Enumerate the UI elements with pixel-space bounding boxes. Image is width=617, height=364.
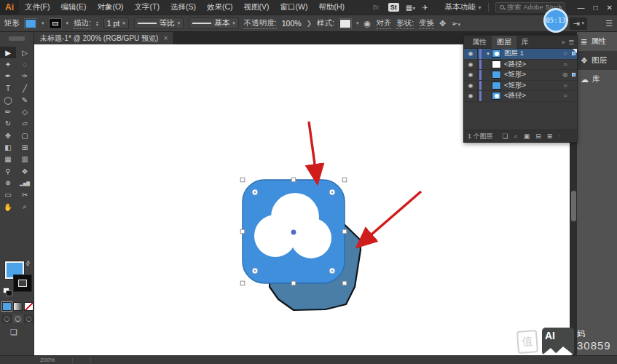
hand-tool[interactable]: ✋ bbox=[0, 201, 16, 213]
stroke-weight-stepper[interactable]: ▴▾ bbox=[96, 20, 98, 26]
tab-close-icon[interactable]: × bbox=[163, 34, 168, 42]
new-sublayer-icon[interactable]: ⊟ bbox=[535, 132, 541, 141]
magic-wand-tool[interactable]: ✦ bbox=[0, 58, 16, 70]
opacity-link[interactable]: 不透明度: bbox=[244, 18, 277, 29]
layer-row-2[interactable]: ◉<矩形>◎ bbox=[464, 70, 577, 81]
perspective-grid-tool[interactable]: ⊞ bbox=[17, 141, 33, 153]
pen-tool[interactable]: ✒ bbox=[0, 71, 16, 82]
shape-builder-tool[interactable]: ◧ bbox=[0, 141, 16, 153]
draw-behind-button[interactable]: ◯ bbox=[13, 314, 23, 323]
mesh-tool[interactable]: ▦ bbox=[0, 154, 16, 165]
color-button[interactable] bbox=[2, 302, 12, 311]
visibility-eye-icon[interactable]: ◉ bbox=[465, 92, 476, 99]
stroke-color-swatch[interactable] bbox=[50, 19, 61, 28]
width-profile-dropdown[interactable]: 等比 ▾ bbox=[134, 17, 184, 29]
pencil-tool[interactable]: ✏ bbox=[0, 106, 16, 117]
dock-libraries[interactable]: ☁库 bbox=[577, 70, 617, 89]
menu-item-4[interactable]: 选择(S) bbox=[170, 2, 196, 12]
screen-mode-button[interactable]: ❏ bbox=[10, 328, 17, 337]
target-circle-icon[interactable]: ○ bbox=[560, 50, 570, 57]
delete-selection-icon[interactable]: ▫ bbox=[558, 132, 560, 141]
menu-item-0[interactable]: 文件(F) bbox=[25, 2, 50, 12]
scale-tool[interactable]: ▱ bbox=[17, 118, 33, 130]
brush-definition-dropdown[interactable]: 基本 ▾ bbox=[189, 17, 239, 29]
new-layer-icon[interactable]: ⊞ bbox=[547, 132, 553, 141]
stroke-weight-field[interactable]: 1 pt ▾ bbox=[103, 17, 129, 29]
transform-link[interactable]: 变换 bbox=[419, 18, 434, 29]
graph-tool[interactable]: ▂▅▇ bbox=[17, 177, 33, 189]
menu-item-8[interactable]: 帮助(H) bbox=[319, 2, 345, 12]
blend-tool[interactable]: ❖ bbox=[17, 165, 33, 177]
recolor-artwork-icon[interactable]: ◉ bbox=[364, 19, 372, 28]
chevron-down-icon[interactable]: ▾ bbox=[356, 20, 359, 26]
rotate-tool[interactable]: ↻ bbox=[0, 118, 16, 130]
target-circle-icon[interactable]: ○ bbox=[560, 82, 570, 89]
align-link[interactable]: 对齐 bbox=[376, 18, 391, 29]
chevron-down-icon[interactable]: ▾ bbox=[66, 20, 69, 26]
collapse-panels-button[interactable]: ⇥ ▾ bbox=[570, 17, 587, 30]
swap-fill-stroke-icon[interactable]: ⇄ bbox=[24, 259, 32, 267]
panel-tab-2[interactable]: 库 bbox=[516, 36, 534, 49]
target-circle-icon[interactable]: ○ bbox=[560, 61, 570, 68]
stroke-panel-link[interactable]: 描边: bbox=[74, 18, 91, 29]
style-swatch[interactable] bbox=[339, 19, 351, 28]
document-tab[interactable]: 未标题-1* @ 200% (RGB/GPU 预览) × bbox=[34, 32, 174, 44]
curvature-tool[interactable]: ✑ bbox=[17, 71, 33, 82]
artboard-tool[interactable]: ▭ bbox=[0, 189, 16, 201]
lasso-tool[interactable]: ◌ bbox=[17, 58, 33, 70]
panel-collapse-icon[interactable]: » bbox=[562, 39, 565, 46]
toolbar-header[interactable] bbox=[0, 32, 34, 44]
minimize-button[interactable]: — bbox=[578, 4, 585, 12]
layer-name[interactable]: <矩形> bbox=[504, 70, 560, 79]
menu-item-6[interactable]: 视图(V) bbox=[244, 2, 270, 12]
expand-chevron-icon[interactable]: ▼ bbox=[484, 52, 492, 56]
restore-button[interactable]: □ bbox=[594, 4, 598, 12]
locate-object-icon[interactable]: ⌕ bbox=[514, 132, 518, 141]
isolate-selection-icon[interactable]: ➢▾ bbox=[451, 19, 460, 28]
menu-item-1[interactable]: 编辑(E) bbox=[60, 2, 86, 12]
visibility-eye-icon[interactable]: ◉ bbox=[465, 71, 476, 78]
layer-name[interactable]: <路径> bbox=[504, 60, 560, 69]
arrange-documents-icon[interactable]: ▦▾ bbox=[406, 4, 415, 12]
gradient-tool[interactable]: ▥ bbox=[17, 154, 33, 165]
type-tool[interactable]: T bbox=[0, 82, 16, 94]
collect-for-export-icon[interactable]: ❏ bbox=[503, 132, 508, 141]
paintbrush-tool[interactable]: ✎ bbox=[17, 94, 33, 106]
stock-badge[interactable]: St bbox=[388, 3, 399, 12]
width-tool[interactable]: ✥ bbox=[0, 130, 16, 141]
share-icon[interactable]: ✈ bbox=[422, 4, 428, 12]
panel-menu-icon[interactable]: ☰ bbox=[568, 39, 574, 46]
opacity-value[interactable]: 100% bbox=[282, 19, 302, 28]
target-circle-icon[interactable]: ◎ bbox=[560, 71, 570, 78]
menu-list-icon[interactable]: ☰ bbox=[605, 19, 613, 28]
panel-tab-1[interactable]: 图层 bbox=[492, 36, 516, 49]
zoom-level-value[interactable]: 200% bbox=[40, 357, 55, 363]
layer-name[interactable]: <路径> bbox=[504, 91, 560, 100]
selection-tool[interactable]: ▶ bbox=[0, 47, 16, 58]
target-circle-icon[interactable]: ○ bbox=[560, 92, 570, 99]
draw-inside-button[interactable]: ◯ bbox=[24, 314, 34, 323]
layer-name[interactable]: 图层 1 bbox=[504, 49, 560, 58]
align-objects-icon[interactable]: ✥ bbox=[439, 19, 446, 28]
none-button[interactable] bbox=[24, 302, 34, 311]
free-transform-tool[interactable]: ▢ bbox=[17, 130, 33, 141]
direct-selection-tool[interactable]: ▷ bbox=[17, 47, 33, 58]
gradient-button[interactable] bbox=[13, 302, 23, 311]
overflow-chevron-icon[interactable]: ❯ bbox=[307, 20, 313, 27]
bridge-badge[interactable]: Br bbox=[371, 3, 382, 12]
dock-layers[interactable]: ❖图层 bbox=[577, 51, 617, 70]
menu-item-5[interactable]: 效果(C) bbox=[207, 2, 233, 12]
make-clip-mask-icon[interactable]: ▣ bbox=[524, 132, 530, 141]
eyedropper-tool[interactable]: ⚲ bbox=[0, 165, 16, 177]
layer-row-4[interactable]: ◉<路径>○ bbox=[464, 91, 577, 102]
workspace-switcher[interactable]: 基本功能 ▾ bbox=[445, 2, 482, 12]
default-fill-stroke-icon[interactable] bbox=[3, 288, 9, 293]
layer-row-1[interactable]: ◉<路径>○ bbox=[464, 60, 577, 71]
slice-tool[interactable]: ✂ bbox=[17, 189, 33, 201]
layer-name[interactable]: <矩形> bbox=[504, 81, 560, 90]
close-button[interactable]: ✕ bbox=[607, 4, 613, 12]
layer-row-3[interactable]: ◉<矩形>○ bbox=[464, 81, 577, 92]
menu-item-3[interactable]: 文字(T) bbox=[135, 2, 160, 12]
shape-link[interactable]: 形状: bbox=[396, 18, 414, 29]
panel-tab-0[interactable]: 属性 bbox=[467, 36, 492, 49]
